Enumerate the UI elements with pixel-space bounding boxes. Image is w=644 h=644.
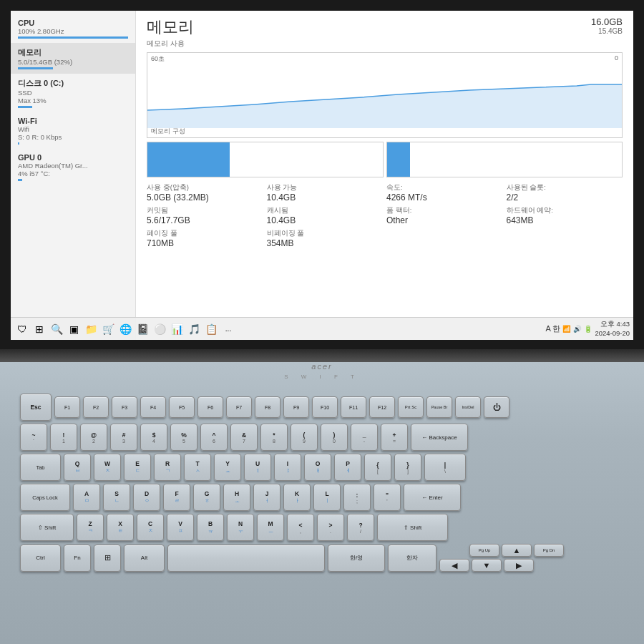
taskbar-clipboard-icon[interactable]: 📋 [203,321,219,337]
key-f6[interactable]: F6 [197,396,223,418]
key-w[interactable]: Wㅈ [94,454,121,481]
key-minus[interactable]: _- [351,424,378,451]
key-space[interactable] [167,545,325,572]
key-pause[interactable]: Pause Br [426,396,452,418]
key-f8[interactable]: F8 [255,396,280,418]
taskbar-more-icon[interactable]: ... [220,321,236,337]
key-l[interactable]: Lㅣ [313,484,341,511]
key-r[interactable]: Rㄱ [154,454,181,481]
key-1[interactable]: !1 [50,424,77,451]
key-fn[interactable]: Fn [64,545,91,572]
key-f2[interactable]: F2 [83,396,109,418]
taskbar-edge-icon[interactable]: 🌐 [117,321,133,337]
key-quote[interactable]: "' [374,484,401,511]
sidebar-item-gpu[interactable]: GPU 0 AMD Radeon(TM) Gr... 4% i57 °C: [11,149,135,185]
key-4[interactable]: $4 [140,424,167,451]
key-equals[interactable]: += [381,424,408,451]
key-9[interactable]: (9 [291,424,318,451]
key-2[interactable]: @2 [80,424,107,451]
key-z[interactable]: Zㅋ [77,514,104,541]
key-ins-del[interactable]: Ins/Del [455,396,481,418]
key-e[interactable]: Eㄷ [124,454,151,481]
key-slash[interactable]: ?/ [347,514,374,541]
sidebar-item-disk[interactable]: 디스크 0 (C:) SSD Max 13% [11,74,135,112]
key-rbracket[interactable]: }] [394,454,421,481]
key-semicolon[interactable]: :; [343,484,371,511]
key-s[interactable]: Sㄴ [103,484,130,511]
sidebar-item-wifi[interactable]: Wi-Fi Wifi S: 0 R: 0 Kbps [11,112,135,149]
key-f9[interactable]: F9 [283,396,309,418]
key-t[interactable]: Tㅅ [184,454,211,481]
key-f7[interactable]: F7 [226,396,252,418]
key-h[interactable]: Hㅗ [223,484,250,511]
key-y[interactable]: Yㅛ [214,454,241,481]
key-f4[interactable]: F4 [140,396,166,418]
taskbar-excel-icon[interactable]: 📊 [169,321,185,337]
taskbar-search-icon[interactable]: 🔍 [49,321,64,337]
key-d[interactable]: Dㅇ [133,484,160,511]
key-0[interactable]: )0 [321,424,348,451]
key-page-down[interactable]: Pg Dn [534,544,564,557]
key-enter[interactable]: ← Enter [404,484,461,511]
key-hanyoung[interactable]: 한/영 [328,545,385,572]
key-f1[interactable]: F1 [54,396,80,418]
key-j[interactable]: Jㅓ [253,484,280,511]
key-f12[interactable]: F12 [369,396,395,418]
key-ctrl[interactable]: Ctrl [20,545,61,572]
key-f10[interactable]: F10 [312,396,338,418]
key-q[interactable]: Qㅂ [64,454,91,481]
key-shift-right[interactable]: ⇧ Shift [377,514,448,541]
key-a[interactable]: Aㅁ [73,484,100,511]
key-power[interactable]: ⏻ [484,396,509,418]
taskbar-store-icon[interactable]: 🛒 [100,321,116,337]
key-g[interactable]: Gㅎ [193,484,220,511]
key-windows[interactable]: ⊞ [94,545,121,572]
taskbar-taskview-icon[interactable]: ▣ [66,321,82,337]
key-k[interactable]: Kㅏ [283,484,311,511]
key-f[interactable]: Fㄹ [163,484,190,511]
key-m[interactable]: Mㅡ [257,514,284,541]
key-7[interactable]: &7 [230,424,258,451]
key-p[interactable]: Pㅔ [334,454,361,481]
key-arrow-down[interactable]: ▼ [472,559,502,572]
key-b[interactable]: Bㅠ [197,514,224,541]
taskbar-music-icon[interactable]: 🎵 [186,321,202,337]
key-shift-left[interactable]: ⇧ Shift [20,514,74,541]
key-f5[interactable]: F5 [169,396,195,418]
key-f3[interactable]: F3 [112,396,137,418]
key-3[interactable]: #3 [110,424,137,451]
key-i[interactable]: Iㅑ [274,454,301,481]
key-period[interactable]: >. [317,514,344,541]
key-u[interactable]: Uㅕ [244,454,271,481]
key-5[interactable]: %5 [170,424,197,451]
sidebar-item-cpu[interactable]: CPU 100% 2.80GHz [11,14,135,43]
key-backspace[interactable]: ← Backspace [411,424,468,451]
key-esc[interactable]: Esc [20,394,52,421]
key-c[interactable]: Cㅊ [137,514,164,541]
taskbar-onenote-icon[interactable]: 📓 [135,321,150,337]
key-alt[interactable]: Alt [124,545,165,572]
key-arrow-left[interactable]: ◀ [439,559,469,572]
taskbar-start-icon[interactable]: ⊞ [31,321,47,337]
key-f11[interactable]: F11 [341,396,366,418]
taskbar-security-icon[interactable]: 🛡 [14,321,30,337]
sidebar-item-memory[interactable]: 메모리 5.0/15.4GB (32%) [11,43,135,74]
key-x[interactable]: Xㅌ [107,514,134,541]
key-n[interactable]: Nㅜ [227,514,254,541]
key-arrow-right[interactable]: ▶ [504,559,534,572]
key-arrow-up[interactable]: ▲ [502,544,532,557]
key-comma[interactable]: <, [287,514,314,541]
key-tab[interactable]: Tab [20,454,61,481]
key-o[interactable]: Oㅐ [304,454,331,481]
key-capslock[interactable]: Caps Lock [20,484,70,511]
key-prtsc[interactable]: Prt Sc [398,396,424,418]
key-v[interactable]: Vㅍ [167,514,194,541]
key-8[interactable]: *8 [260,424,288,451]
taskbar-chrome-icon[interactable]: ⚪ [152,321,167,337]
key-backslash[interactable]: |\ [424,454,466,481]
key-6[interactable]: ^6 [200,424,228,451]
key-lbracket[interactable]: {[ [364,454,391,481]
key-hanja[interactable]: 한자 [388,545,436,572]
taskbar-files-icon[interactable]: 📁 [83,321,99,337]
key-backtick[interactable]: ~` [20,424,47,451]
